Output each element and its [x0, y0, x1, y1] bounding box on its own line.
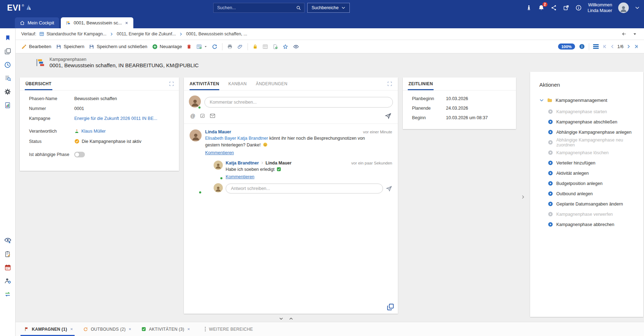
- breadcrumb-item-campaign[interactable]: 0011, Energie für die Zukunf...: [117, 31, 176, 36]
- campaign-link[interactable]: Energie für die Zukunft 2026 0011 IN BE.…: [74, 116, 157, 121]
- visibility-eye-button[interactable]: [293, 44, 299, 50]
- info-circle-icon[interactable]: [579, 44, 585, 50]
- scroll-down-icon[interactable]: [279, 317, 283, 321]
- action-item[interactable]: Kampagnenphase abschließen: [548, 117, 638, 127]
- reply-recipient[interactable]: Linda Mauer: [266, 161, 292, 166]
- close-icon[interactable]: [187, 328, 190, 331]
- next-page-icon[interactable]: [626, 44, 631, 49]
- action-item[interactable]: Budgetposition anlegen: [548, 178, 638, 189]
- history-back-icon[interactable]: [621, 31, 627, 36]
- overview-card: ÜBERSICHT Phasen-Name Bewusstsein schaff…: [20, 77, 179, 171]
- popup-window-icon[interactable]: [387, 303, 394, 311]
- save-close-button[interactable]: Speichern und schließen: [89, 44, 147, 50]
- chess-pawn-icon[interactable]: [526, 4, 532, 11]
- report-icon[interactable]: [2, 100, 13, 110]
- scroll-up-icon[interactable]: [289, 317, 293, 321]
- tab-record[interactable]: 0001, Bewusstsein sc...: [61, 17, 133, 28]
- user-avatar[interactable]: [618, 2, 629, 13]
- send-icon[interactable]: [385, 112, 391, 119]
- edit-button[interactable]: Bearbeiten: [21, 44, 51, 50]
- responsible-link[interactable]: Klaus Müller: [81, 129, 106, 134]
- settings-gear-icon[interactable]: [2, 86, 13, 97]
- action-item[interactable]: Aktivität anlegen: [548, 168, 638, 178]
- reply-author[interactable]: Katja Brandtner: [226, 161, 259, 166]
- delete-button[interactable]: [186, 44, 192, 50]
- reply-input[interactable]: [226, 184, 383, 193]
- reply-reply-link[interactable]: Kommentieren: [226, 174, 254, 179]
- note-icon[interactable]: [200, 113, 205, 118]
- new-record-button[interactable]: Neuanlage: [152, 44, 182, 50]
- comment-reply-link[interactable]: Kommentieren: [205, 150, 234, 155]
- search-areas-button[interactable]: Suchbereiche: [307, 3, 350, 13]
- action-item[interactable]: Geplante Datumsangaben ändern: [548, 199, 638, 209]
- action-item[interactable]: Outbound anlegen: [548, 189, 638, 199]
- expand-icon[interactable]: [387, 81, 392, 86]
- tab-kanban[interactable]: KANBAN: [228, 77, 247, 90]
- mention-at-icon[interactable]: @: [190, 113, 195, 119]
- tab-mein-cockpit[interactable]: Mein Cockpit: [15, 17, 59, 28]
- action-item[interactable]: Abhängige Kampagnenphase anlegen: [548, 127, 638, 137]
- mention-link[interactable]: Katja Brandtner: [237, 136, 268, 141]
- bottom-tab-kampagnen[interactable]: KAMPAGNEN (1): [19, 322, 78, 336]
- print-button[interactable]: [227, 44, 233, 50]
- prev-page-icon[interactable]: [610, 44, 615, 49]
- tasks-clipboard-icon[interactable]: [2, 249, 13, 259]
- open-external-icon[interactable]: [563, 5, 569, 11]
- share-icon[interactable]: [551, 5, 557, 11]
- mail-icon[interactable]: [210, 114, 215, 118]
- mention-link[interactable]: Elisabeth Bayer: [205, 136, 236, 141]
- action-item[interactable]: Verteiler hinzufügen: [548, 158, 638, 168]
- attachment-button[interactable]: [237, 44, 243, 50]
- lock-button[interactable]: [253, 44, 258, 50]
- panel-collapse-icon[interactable]: [521, 193, 525, 201]
- tree-chevron-icon[interactable]: [539, 98, 544, 103]
- close-icon[interactable]: [128, 328, 132, 331]
- user-menu-chevron-icon[interactable]: [635, 5, 640, 10]
- last-page-icon[interactable]: [634, 44, 638, 49]
- refresh-button[interactable]: [212, 44, 217, 50]
- copy-icon[interactable]: [2, 46, 13, 57]
- action-item[interactable]: Kampagnenphase verwerfen: [548, 209, 638, 219]
- actions-group[interactable]: Kampagnenmanagement: [539, 98, 638, 103]
- tab-aktivitaeten[interactable]: AKTIVITÄTEN: [190, 77, 219, 90]
- action-item[interactable]: Abhängige Kampagnenphase neu zuordnen: [548, 137, 638, 147]
- search-icon[interactable]: [296, 5, 301, 11]
- swap-arrows-icon[interactable]: [2, 289, 13, 300]
- table-view-button[interactable]: [262, 44, 268, 50]
- new-document-button[interactable]: [273, 44, 278, 50]
- info-icon[interactable]: [575, 5, 582, 11]
- action-item[interactable]: Kampagnenphase starten: [548, 106, 638, 117]
- comment-input[interactable]: [204, 97, 393, 108]
- notifications-bell-icon[interactable]: 2: [538, 4, 545, 11]
- history-dropdown-icon[interactable]: [633, 32, 637, 36]
- insert-template-button[interactable]: [196, 44, 207, 50]
- expand-icon[interactable]: [169, 81, 174, 86]
- save-button[interactable]: Speichern: [56, 44, 85, 50]
- search-input[interactable]: [217, 5, 296, 10]
- bottom-tab-more[interactable]: WEITERE BEREICHE: [199, 322, 258, 336]
- dependent-phase-toggle[interactable]: [74, 152, 85, 157]
- comment-author[interactable]: Linda Mauer: [205, 129, 231, 134]
- action-item[interactable]: Kampagnenphase löschen: [548, 147, 638, 158]
- zoom-level-badge[interactable]: 100%: [558, 44, 575, 50]
- calendar-icon[interactable]: [2, 262, 13, 273]
- favorite-star-button[interactable]: [283, 44, 288, 50]
- bookmark-icon[interactable]: [2, 33, 13, 43]
- breadcrumb-item-phase[interactable]: 0001, Bewusstsein schaffen, ...: [186, 31, 247, 36]
- action-item[interactable]: Kampagnenphase abbrechen: [548, 219, 638, 230]
- close-icon[interactable]: [125, 21, 128, 25]
- bottom-tab-outbounds[interactable]: OUTBOUNDS (2): [78, 322, 137, 336]
- tab-aenderungen[interactable]: ÄNDERUNGEN: [256, 77, 287, 90]
- advanced-search-icon[interactable]: [2, 73, 13, 83]
- bottom-tab-aktivitaeten[interactable]: AKTIVITÄTEN (3): [137, 322, 195, 336]
- menu-hamburger-icon[interactable]: [593, 44, 599, 50]
- history-icon[interactable]: [2, 59, 13, 70]
- send-icon[interactable]: [386, 185, 392, 192]
- breadcrumb-item-search[interactable]: Standardsuche für Kampagn...: [39, 31, 106, 36]
- watchlist-eye-star-icon[interactable]: [2, 235, 13, 246]
- close-icon[interactable]: [70, 328, 73, 331]
- save-close-label: Speichern und schließen: [97, 44, 147, 49]
- user-settings-icon[interactable]: [2, 276, 13, 286]
- first-page-icon[interactable]: [603, 44, 607, 49]
- reply-body: Habe ich soeben erledigt: [226, 166, 392, 173]
